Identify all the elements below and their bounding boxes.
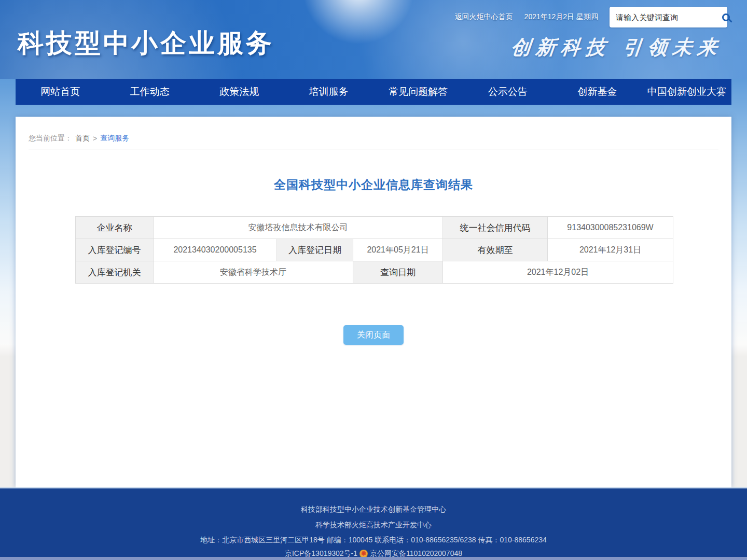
search-box[interactable] <box>610 7 727 27</box>
credit-code-label: 统一社会信用代码 <box>443 217 548 239</box>
site-logo: 科技型中小企业服务 <box>18 26 274 61</box>
nav-item-innovation-fund[interactable]: 创新基金 <box>552 79 642 105</box>
nav-item-work-trends[interactable]: 工作动态 <box>105 79 195 105</box>
table-row: 企业名称 安徽塔孜信息技术有限公司 统一社会信用代码 9134030008523… <box>76 217 673 239</box>
valid-until-label: 有效期至 <box>443 239 548 261</box>
nav-item-announcements[interactable]: 公示公告 <box>463 79 553 105</box>
breadcrumb-prefix: 您当前位置： <box>29 134 72 143</box>
nav-item-faq[interactable]: 常见问题解答 <box>374 79 463 105</box>
nav-item-home[interactable]: 网站首页 <box>16 79 105 105</box>
registration-authority-value: 安徽省科学技术厅 <box>154 261 353 284</box>
breadcrumb-home-link[interactable]: 首页 <box>75 134 90 143</box>
content-panel: 您当前位置： 首页 > 查询服务 全国科技型中小企业信息库查询结果 企业名称 安… <box>16 117 731 487</box>
close-page-button[interactable]: 关闭页面 <box>343 325 404 345</box>
current-date: 2021年12月2日 星期四 <box>524 12 598 22</box>
breadcrumb-current-link[interactable]: 查询服务 <box>100 134 129 143</box>
registration-number-label: 入库登记编号 <box>76 239 154 261</box>
search-input[interactable] <box>616 13 719 22</box>
registration-number-value: 202134030200005135 <box>154 239 277 261</box>
registration-date-value: 2021年05月21日 <box>353 239 443 261</box>
table-row: 入库登记编号 202134030200005135 入库登记日期 2021年05… <box>76 239 673 261</box>
footer-org-2: 科学技术部火炬高技术产业开发中心 <box>0 521 747 530</box>
enterprise-name-label: 企业名称 <box>76 217 154 239</box>
return-torch-home-link[interactable]: 返回火炬中心首页 <box>455 12 513 22</box>
site-footer: 科技部科技型中小企业技术创新基金管理中心 科学技术部火炬高技术产业开发中心 地址… <box>0 487 747 560</box>
registration-authority-label: 入库登记机关 <box>76 261 154 284</box>
footer-org-1: 科技部科技型中小企业技术创新基金管理中心 <box>0 505 747 514</box>
top-utility-bar: 返回火炬中心首页 2021年12月2日 星期四 <box>455 7 727 27</box>
nav-item-innovation-contest[interactable]: 中国创新创业大赛 <box>642 79 732 105</box>
breadcrumb-separator: > <box>93 134 97 143</box>
nav-item-policies[interactable]: 政策法规 <box>195 79 284 105</box>
page-title: 全国科技型中小企业信息库查询结果 <box>16 177 731 193</box>
query-date-label: 查询日期 <box>353 261 443 284</box>
enterprise-name-value: 安徽塔孜信息技术有限公司 <box>154 217 443 239</box>
site-slogan: 创新科技 引领未来 <box>509 34 724 61</box>
footer-contact-info: 地址：北京市西城区三里河二区甲18号 邮编：100045 联系电话：010-88… <box>0 536 747 545</box>
registration-date-label: 入库登记日期 <box>277 239 353 261</box>
main-navigation: 网站首页 工作动态 政策法规 培训服务 常见问题解答 公示公告 创新基金 中国创… <box>16 79 731 105</box>
nav-item-training[interactable]: 培训服务 <box>284 79 374 105</box>
footer-bottom-strip <box>0 557 747 560</box>
breadcrumb-divider <box>29 149 718 149</box>
valid-until-value: 2021年12月31日 <box>548 239 673 261</box>
query-result-table: 企业名称 安徽塔孜信息技术有限公司 统一社会信用代码 9134030008523… <box>75 216 673 284</box>
site-header: 科技型中小企业服务 创新科技 引领未来 返回火炬中心首页 2021年12月2日 … <box>0 0 747 79</box>
breadcrumb: 您当前位置： 首页 > 查询服务 <box>29 133 129 144</box>
query-date-value: 2021年12月02日 <box>443 261 673 284</box>
credit-code-value: 91340300085231069W <box>548 217 673 239</box>
search-icon[interactable] <box>722 13 730 21</box>
table-row: 入库登记机关 安徽省科学技术厅 查询日期 2021年12月02日 <box>76 261 673 284</box>
